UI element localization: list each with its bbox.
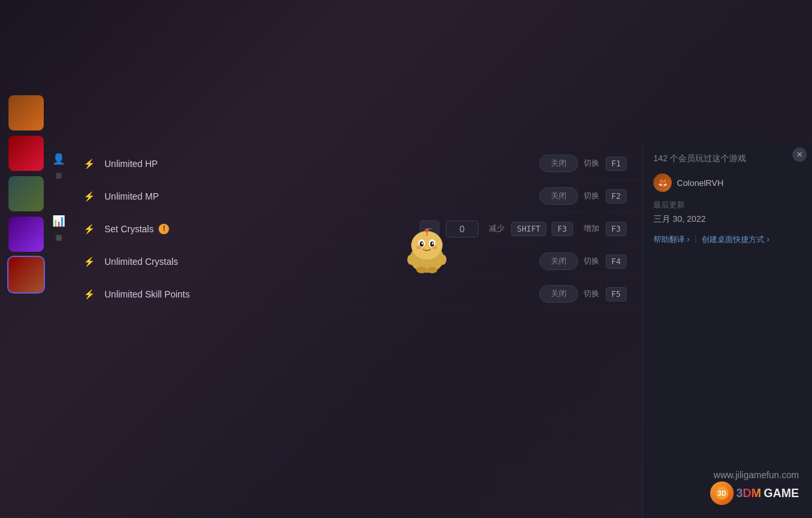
toggle-mp-button[interactable]: 关闭 bbox=[539, 187, 578, 205]
sidebar-item-game-5[interactable] bbox=[8, 257, 44, 292]
mod-controls-unlimited-crystals: 关闭 切换 F4 bbox=[539, 252, 627, 270]
info-panel: ✕ 142 个会员玩过这个游戏 🦊 ColonelRVH 最后更新 三月 30,… bbox=[642, 142, 812, 518]
mod-controls-hp: 关闭 切换 F1 bbox=[539, 155, 627, 172]
mod-name-unlimited-mp: Unlimited MP bbox=[104, 191, 531, 202]
toggle-crystals-button[interactable]: 关闭 bbox=[539, 252, 578, 270]
mod-controls-mp: 关闭 切换 F2 bbox=[539, 187, 627, 205]
svg-point-8 bbox=[422, 243, 424, 245]
hotkey-badge-hp: F1 bbox=[606, 157, 627, 171]
game-thumbnail-5 bbox=[8, 257, 44, 292]
bolt-icon: ⚡ bbox=[84, 191, 95, 202]
hotkey-label-skill-points: 切换 bbox=[584, 288, 599, 299]
game-thumbnail-2 bbox=[8, 136, 44, 171]
hotkey-label-crystals: 切换 bbox=[584, 256, 599, 267]
info-panel-close-button[interactable]: ✕ bbox=[792, 147, 807, 162]
person-icon: 👤 bbox=[52, 153, 65, 165]
dec-label: 减少 bbox=[489, 223, 505, 234]
sidebar-item-game-2[interactable] bbox=[8, 136, 44, 171]
game-thumbnail-4 bbox=[8, 217, 44, 252]
hotkey-label-hp: 切换 bbox=[584, 158, 599, 169]
hotkey-badge-mp: F2 bbox=[606, 189, 627, 204]
game-thumbnail-1 bbox=[8, 95, 44, 130]
mod-name-unlimited-hp: Unlimited HP bbox=[104, 159, 531, 169]
table-row: ⚡ Set Crystals ! − 0 减少 SHIFT F3 增加 bbox=[65, 213, 642, 245]
table-row: ⚡ Unlimited HP 关闭 切换 F1 bbox=[65, 147, 642, 180]
toggle-hp-button[interactable]: 关闭 bbox=[539, 155, 578, 172]
update-label: 最后更新 bbox=[653, 200, 802, 211]
table-row: ⚡ Unlimited Crystals 关闭 切换 F4 bbox=[65, 245, 642, 278]
bolt-icon: ⚡ bbox=[84, 256, 95, 267]
bolt-icon: ⚡ bbox=[84, 224, 95, 234]
table-row: ⚡ Unlimited Skill Points 关闭 切换 F5 bbox=[65, 278, 642, 311]
hotkey-badge-skill-points: F5 bbox=[606, 287, 627, 301]
author-name: ColonelRVH bbox=[677, 178, 723, 188]
sidebar-item-game-4[interactable] bbox=[8, 217, 44, 252]
crystal-value: 0 bbox=[446, 221, 478, 237]
mods-content: 👤 搜索 📊 修改统计 ⚡ Unlimited HP bbox=[52, 142, 812, 518]
hotkey-label-mp: 切换 bbox=[584, 190, 599, 202]
chart-icon: 📊 bbox=[52, 215, 65, 227]
bolt-icon: ⚡ bbox=[84, 289, 95, 299]
hotkey-inc: F3 bbox=[606, 222, 627, 236]
mod-name-unlimited-crystals: Unlimited Crystals bbox=[104, 256, 531, 267]
toggle-skill-points-button[interactable]: 关闭 bbox=[539, 285, 578, 303]
author-row: 🦊 ColonelRVH bbox=[653, 174, 802, 192]
table-row: ⚡ Unlimited MP 关闭 切换 F2 bbox=[65, 180, 642, 213]
warning-icon: ! bbox=[159, 224, 169, 234]
mod-controls-crystals: − 0 减少 SHIFT F3 增加 F3 bbox=[420, 221, 627, 237]
author-avatar: 🦊 bbox=[653, 174, 672, 192]
create-shortcut-link[interactable]: 创建桌面快捷方式 › bbox=[702, 234, 769, 245]
help-translate-link[interactable]: 帮助翻译 › bbox=[653, 234, 689, 245]
update-date: 三月 30, 2022 bbox=[653, 213, 802, 225]
mod-name-set-crystals: Set Crystals ! bbox=[104, 224, 412, 234]
decrement-button[interactable]: − bbox=[420, 221, 439, 237]
bolt-icon: ⚡ bbox=[84, 159, 95, 169]
mod-name-unlimited-skill-points: Unlimited Skill Points bbox=[104, 289, 531, 299]
sidebar-labels: 👤 搜索 📊 修改统计 bbox=[52, 142, 65, 518]
game-thumbnail-3 bbox=[8, 176, 44, 211]
link-separator: | bbox=[695, 234, 696, 245]
sidebar-item-game-3[interactable] bbox=[8, 176, 44, 211]
hotkey-badge-crystals: F4 bbox=[606, 254, 627, 269]
members-stat: 142 个会员玩过这个游戏 bbox=[653, 153, 802, 164]
sidebar-item-game-1[interactable] bbox=[8, 95, 44, 130]
svg-point-9 bbox=[432, 243, 434, 245]
hotkey-dec: F3 bbox=[552, 222, 572, 236]
info-links: 帮助翻译 › | 创建桌面快捷方式 › bbox=[653, 234, 802, 245]
inc-label: 增加 bbox=[584, 223, 599, 234]
hotkey-shift: SHIFT bbox=[511, 222, 546, 236]
mod-controls-skill-points: 关闭 切换 F5 bbox=[539, 285, 627, 303]
mods-list: ⚡ Unlimited HP 关闭 切换 F1 bbox=[65, 142, 642, 518]
